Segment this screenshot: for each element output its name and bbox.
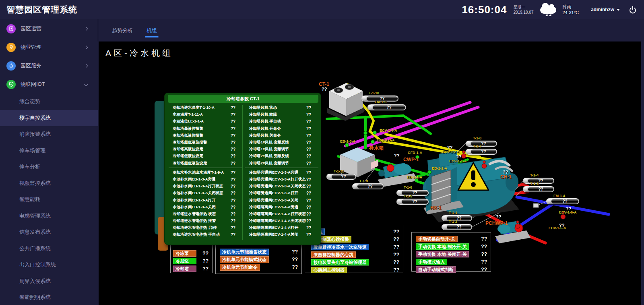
status-row: 手动切换 本地-关闭开-关?? bbox=[412, 251, 491, 257]
status-value: ?? bbox=[481, 251, 491, 257]
param-label: 冷却塔风机 关命令 bbox=[249, 133, 306, 138]
status-chip: 发至群控冷冻水一次泵转速 bbox=[311, 244, 369, 250]
sidebar-group-label: 物业管理 bbox=[21, 44, 41, 51]
param-row: 冷却塔高液位设定?? bbox=[169, 146, 243, 153]
user-menu[interactable]: adminhzw bbox=[591, 7, 620, 12]
gauge-cap bbox=[466, 149, 470, 154]
gauge-cap bbox=[524, 178, 527, 183]
param-row: 冷却塔旁通阀ECV-1-3-A打开?? bbox=[245, 190, 318, 197]
sidebar-item[interactable]: 停车分析 bbox=[0, 159, 98, 175]
gauge-tag: T-1-6 bbox=[404, 185, 412, 189]
param-value: ?? bbox=[231, 161, 243, 166]
param-row: 冷却塔1#风机 变频调节?? bbox=[245, 146, 318, 153]
param-row: 冷却塔风机 开命令?? bbox=[245, 125, 318, 132]
gauge-cap bbox=[353, 184, 357, 189]
param-row: 水池补水阀EB-1-3-A打开?? bbox=[169, 197, 243, 203]
param-label: 冷却塔风机 手自动 bbox=[249, 119, 306, 124]
diagram-label: ECV-1-5-A bbox=[549, 226, 566, 230]
param-row: 冷却塔隔离阀ECV-1-4-A旁通?? bbox=[245, 204, 318, 211]
gauge-pill: ?? bbox=[546, 198, 579, 204]
param-value: ?? bbox=[231, 212, 243, 216]
gauge-tag: T-1-9 bbox=[359, 179, 368, 183]
param-label: 水池补水阀EB-1-3-A打开 bbox=[173, 198, 231, 203]
param-label: 冷却塔超低液位报警 bbox=[173, 140, 231, 145]
status-chip: 手动切换 本地-制冷开-关 bbox=[416, 243, 469, 250]
param-label: 冷却塔1#风机 变频反馈 bbox=[249, 140, 306, 145]
sidebar-group-0[interactable]: 园区运营 bbox=[0, 19, 98, 38]
gauge-tag: T-1-1 bbox=[449, 211, 457, 215]
param-label: 冷却塔高液位报警 bbox=[173, 126, 231, 131]
status-chip: 冷机单元节能命令 bbox=[220, 264, 260, 271]
gauge-cap bbox=[547, 199, 551, 203]
diagram-label: CT-1 bbox=[319, 81, 329, 87]
status-row: 接电装置失电至冷站管理器?? bbox=[305, 259, 403, 266]
sidebar-item[interactable]: 智能照明系统 bbox=[0, 289, 98, 305]
status-chip: 冷却泵 bbox=[173, 258, 196, 264]
status-value: ?? bbox=[292, 257, 301, 262]
sidebar-group-3[interactable]: 物联网IOT bbox=[0, 75, 98, 93]
sidebar-item[interactable]: 楼宇自控系统 bbox=[0, 110, 98, 127]
sidebar-item[interactable]: 停车场管理 bbox=[0, 143, 98, 159]
status-row: 发至群控冷冻水一次泵转速?? bbox=[305, 244, 403, 250]
sidebar-item[interactable]: 信息发布系统 bbox=[0, 224, 98, 241]
sidebar: 园区运营物业管理园区服务物联网IOT综合态势楼宇自控系统消防报警系统停车场管理停… bbox=[0, 19, 98, 305]
sidebar-item[interactable]: 公共广播系统 bbox=[0, 241, 98, 257]
param-row: 冷却塔隔离阀ECV-1-4-A打开状态?? bbox=[245, 211, 318, 218]
gauge-value: ?? bbox=[357, 184, 383, 189]
gauge-tag: FM-1-5 bbox=[375, 100, 386, 104]
title-underline bbox=[99, 61, 264, 61]
param-value: ?? bbox=[231, 147, 243, 151]
param-label: 水池补水阀EB-1-3-A关闭 bbox=[173, 205, 231, 210]
sidebar-group-1[interactable]: 物业管理 bbox=[0, 38, 98, 56]
tab[interactable]: 趋势分析 bbox=[112, 19, 133, 41]
param-label: 冷却塔低液位设定 bbox=[173, 154, 231, 159]
param-row: 冷却塔1#风机 变频反馈?? bbox=[245, 139, 318, 146]
sidebar-item[interactable]: 消防报警系统 bbox=[0, 126, 98, 143]
gauge-pill: ?? bbox=[352, 183, 384, 189]
status-chip: 心跳到主控制器 bbox=[311, 267, 347, 273]
sidebar-item[interactable]: 综合态势 bbox=[0, 93, 98, 110]
param-row: 冷却塔低液位设定?? bbox=[169, 153, 243, 160]
chevron-down-icon bbox=[84, 82, 88, 86]
status-value: ?? bbox=[393, 244, 403, 250]
diagram-label: CWP-1 bbox=[403, 157, 419, 162]
gauge-tag: T-1-4 bbox=[530, 173, 539, 177]
sidebar-item[interactable]: 电梯管理系统 bbox=[0, 208, 98, 224]
diagram-value: ?? bbox=[456, 154, 461, 159]
clock: 16:50:04 bbox=[462, 4, 507, 16]
diagram-label: HX-1 bbox=[430, 205, 441, 211]
param-value: ?? bbox=[306, 191, 318, 195]
diagram-label: ECV-1-2-A bbox=[442, 150, 460, 154]
tab[interactable]: 机组 bbox=[147, 19, 157, 41]
status-chip: 自动手动模式判断 bbox=[416, 266, 456, 273]
param-label: 冷却塔2#风机 变频调节 bbox=[249, 161, 306, 166]
chevron-right-icon bbox=[84, 64, 88, 68]
cooling-tower-param-panel: 冷却塔参数 CT-1 冷却塔进水温度T-1-10-A??水箱温度T-1-11-A… bbox=[164, 93, 321, 245]
status-value: ?? bbox=[393, 267, 403, 273]
param-label: 冷却塔旁通阀ECV-1-3-A旁通 bbox=[249, 170, 306, 175]
sidebar-item[interactable]: 视频监控系统 bbox=[0, 175, 98, 192]
param-value: ?? bbox=[231, 191, 243, 195]
param-label: 冷却塔隔离阀ECV-1-4-A关闭 bbox=[249, 232, 306, 237]
sidebar-item[interactable]: 智慧能耗 bbox=[0, 191, 98, 208]
status-value: ?? bbox=[393, 252, 403, 257]
gauge-tag: T-1-2 bbox=[449, 220, 457, 224]
tab-bar: 趋势分析机组 bbox=[98, 19, 644, 41]
param-row: 冷却塔风机 手自动?? bbox=[245, 118, 318, 125]
status-row: 手动切换 本地-制冷开-关?? bbox=[412, 243, 491, 250]
param-label: 水池补水阀EB-1-3-A旁通 bbox=[173, 177, 231, 182]
param-row: 水池补水阀EB-1-3-A打开状态?? bbox=[169, 183, 243, 190]
param-value: ?? bbox=[306, 177, 318, 182]
power-button[interactable] bbox=[629, 6, 637, 14]
sidebar-group-2[interactable]: 园区服务 bbox=[0, 56, 98, 75]
status-chip: 手动切换自动开-关 bbox=[416, 236, 458, 242]
gauge-value: ?? bbox=[551, 199, 578, 203]
param-label: 冷却塔低液位报警 bbox=[173, 133, 231, 138]
sidebar-item[interactable]: 出入口控制系统 bbox=[0, 257, 98, 273]
param-value: ?? bbox=[231, 184, 243, 189]
gauge-pill: ?? bbox=[326, 174, 356, 180]
gauge-cap bbox=[327, 174, 331, 179]
param-label: 冷却水补水池出水温度T-1-9-A bbox=[173, 170, 231, 175]
sidebar-item[interactable]: 周界入侵系统 bbox=[0, 273, 98, 290]
param-label: 水池补水阀EB-1-3-A关闭状态 bbox=[173, 191, 231, 196]
